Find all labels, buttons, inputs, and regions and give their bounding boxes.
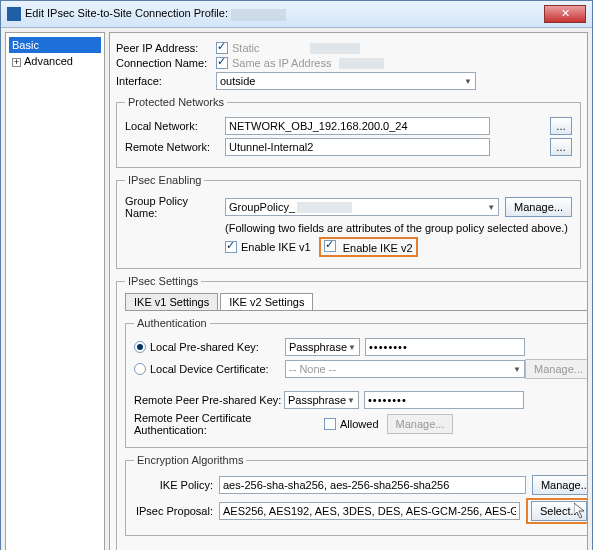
expand-icon[interactable]: + <box>12 58 21 67</box>
ipsec-settings-group: IPsec Settings IKE v1 Settings IKE v2 Se… <box>116 275 588 550</box>
allowed-label: Allowed <box>340 418 379 430</box>
ike-policy-label: IKE Policy: <box>134 479 219 491</box>
static-checkbox[interactable] <box>216 42 228 54</box>
local-cert-combo[interactable]: -- None --▼ <box>285 360 525 378</box>
authentication-group: Authentication Local Pre-shared Key: Pas… <box>125 317 588 448</box>
chevron-down-icon: ▼ <box>347 396 355 405</box>
remote-network-browse-button[interactable]: … <box>550 138 572 156</box>
tab-ike-v1[interactable]: IKE v1 Settings <box>125 293 218 310</box>
nav-tree[interactable]: Basic +Advanced <box>5 32 105 550</box>
local-network-label: Local Network: <box>125 120 225 132</box>
chevron-down-icon: ▼ <box>487 203 495 212</box>
interface-value: outside <box>220 75 255 87</box>
protected-networks-legend: Protected Networks <box>125 96 227 108</box>
local-psk-type-combo[interactable]: Passphrase▼ <box>285 338 360 356</box>
window-title-obscured <box>231 9 286 21</box>
chevron-down-icon: ▼ <box>464 77 472 86</box>
local-cert-radio[interactable] <box>134 363 146 375</box>
enable-ike-v1-checkbox[interactable] <box>225 241 237 253</box>
group-policy-label: Group Policy Name: <box>125 195 225 219</box>
group-policy-manage-button[interactable]: Manage... <box>505 197 572 217</box>
same-as-ip-label: Same as IP Address <box>232 57 331 69</box>
same-as-ip-checkbox[interactable] <box>216 57 228 69</box>
tree-item-basic[interactable]: Basic <box>9 37 101 53</box>
local-psk-radio[interactable] <box>134 341 146 353</box>
ipsec-settings-legend: IPsec Settings <box>125 275 201 287</box>
local-cert-label: Local Device Certificate: <box>150 363 285 375</box>
remote-network-input[interactable] <box>225 138 490 156</box>
ipsec-proposal-input[interactable] <box>219 502 520 520</box>
enable-ike-v2-label: Enable IKE v2 <box>343 242 413 254</box>
peer-ip-obscured <box>310 43 360 54</box>
local-cert-value: -- None -- <box>289 363 336 375</box>
ipsec-proposal-select-button[interactable]: Select... <box>531 501 587 521</box>
interface-label: Interface: <box>116 75 216 87</box>
connection-name-obscured <box>339 58 384 69</box>
remote-cert-auth-label: Remote Peer Certificate Authentication: <box>134 412 324 436</box>
ike-settings-tabs: IKE v1 Settings IKE v2 Settings <box>125 293 588 311</box>
authentication-legend: Authentication <box>134 317 210 329</box>
chevron-down-icon: ▼ <box>348 343 356 352</box>
remote-network-label: Remote Network: <box>125 141 225 153</box>
encryption-legend: Encryption Algorithms <box>134 454 246 466</box>
remote-psk-input[interactable] <box>364 391 524 409</box>
title-bar: Edit IPsec Site-to-Site Connection Profi… <box>1 1 592 28</box>
local-network-input[interactable] <box>225 117 490 135</box>
ike-policy-manage-button[interactable]: Manage... <box>532 475 588 495</box>
connection-name-label: Connection Name: <box>116 57 216 69</box>
remote-cert-manage-button: Manage... <box>387 414 454 434</box>
local-psk-type-value: Passphrase <box>289 341 347 353</box>
remote-psk-type-combo[interactable]: Passphrase▼ <box>284 391 359 409</box>
tab-ike-v2[interactable]: IKE v2 Settings <box>220 293 313 310</box>
remote-psk-type-value: Passphrase <box>288 394 346 406</box>
chevron-down-icon: ▼ <box>513 365 521 374</box>
select-button-highlight: Select... <box>526 498 588 524</box>
remote-psk-label: Remote Peer Pre-shared Key: <box>134 394 284 406</box>
ipsec-proposal-label: IPsec Proposal: <box>134 505 219 517</box>
protected-networks-group: Protected Networks Local Network: … Remo… <box>116 96 581 168</box>
enable-ike-v1-label: Enable IKE v1 <box>241 241 311 253</box>
interface-combo[interactable]: outside ▼ <box>216 72 476 90</box>
ipsec-enabling-group: IPsec Enabling Group Policy Name: GroupP… <box>116 174 581 269</box>
app-icon <box>7 7 21 21</box>
window-title-text: Edit IPsec Site-to-Site Connection Profi… <box>25 7 228 19</box>
local-network-browse-button[interactable]: … <box>550 117 572 135</box>
local-psk-input[interactable] <box>365 338 525 356</box>
allowed-checkbox[interactable] <box>324 418 336 430</box>
ipsec-enabling-legend: IPsec Enabling <box>125 174 204 186</box>
window-title: Edit IPsec Site-to-Site Connection Profi… <box>25 7 544 20</box>
peer-ip-label: Peer IP Address: <box>116 42 216 54</box>
main-panel: Peer IP Address: Static Connection Name:… <box>109 32 588 550</box>
group-policy-note: (Following two fields are attributes of … <box>225 222 568 234</box>
close-button[interactable]: ✕ <box>544 5 586 23</box>
group-policy-value: GroupPolicy_ <box>229 201 295 213</box>
local-cert-manage-button: Manage... <box>525 359 588 379</box>
static-checkbox-label: Static <box>232 42 260 54</box>
ike-policy-input[interactable] <box>219 476 526 494</box>
group-policy-obscured <box>297 202 352 213</box>
local-psk-label: Local Pre-shared Key: <box>150 341 285 353</box>
tree-item-advanced[interactable]: +Advanced <box>9 53 101 69</box>
group-policy-combo[interactable]: GroupPolicy_ ▼ <box>225 198 499 216</box>
enable-ike-v2-checkbox[interactable] <box>324 240 336 252</box>
enable-ike-v2-highlight: Enable IKE v2 <box>319 237 418 257</box>
encryption-algorithms-group: Encryption Algorithms IKE Policy: Manage… <box>125 454 588 536</box>
